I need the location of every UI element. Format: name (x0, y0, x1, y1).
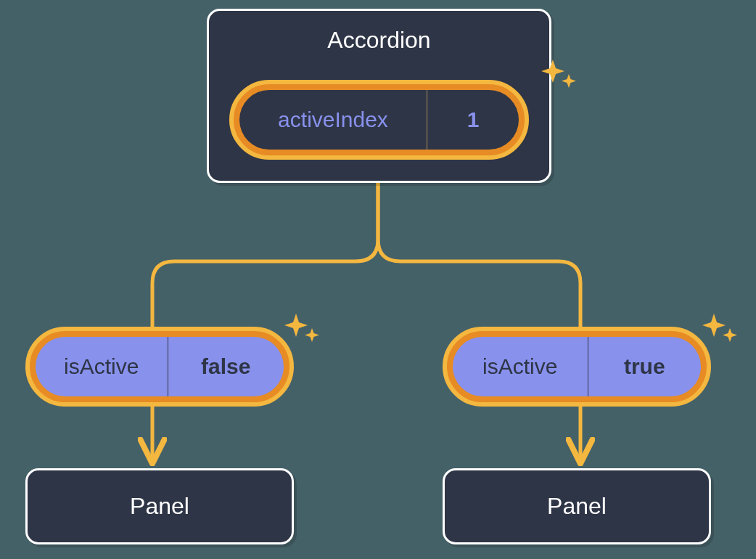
state-key: activeIndex (239, 90, 427, 150)
prop-pill-right: isActive true (443, 327, 711, 407)
prop-key: isActive (453, 337, 588, 396)
panel-label: Panel (28, 493, 292, 520)
prop-key: isActive (36, 337, 168, 396)
state-value: 1 (427, 90, 519, 150)
accordion-box: Accordion activeIndex 1 (207, 9, 551, 183)
prop-value: false (168, 337, 284, 396)
state-pill-activeindex: activeIndex 1 (229, 80, 529, 160)
panel-label: Panel (445, 493, 709, 520)
prop-value: true (588, 337, 701, 396)
panel-box-left: Panel (25, 468, 294, 544)
panel-box-right: Panel (443, 468, 711, 544)
prop-pill-left: isActive false (25, 327, 294, 407)
sparkle-icon (699, 311, 740, 351)
accordion-title: Accordion (209, 27, 549, 54)
